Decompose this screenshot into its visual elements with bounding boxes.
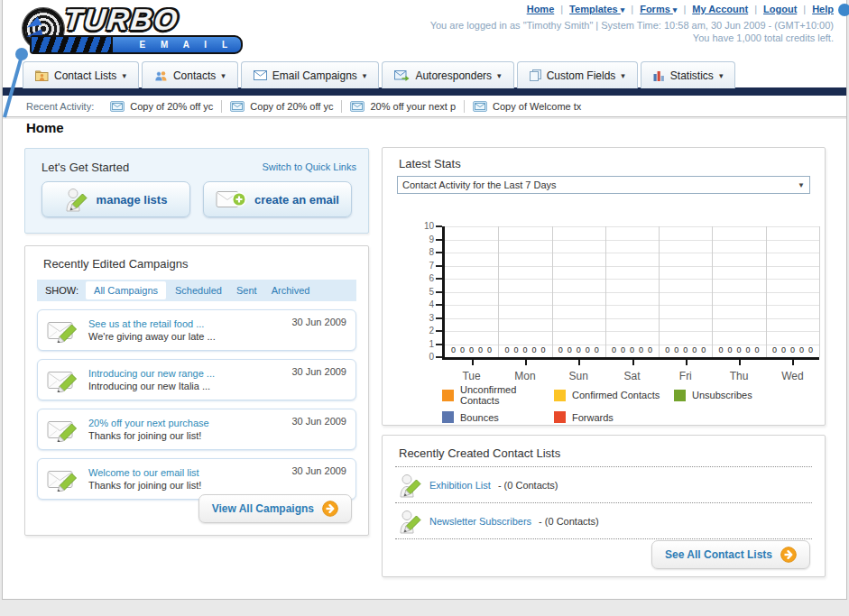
campaign-subtitle: We're giving away our late ...: [88, 330, 282, 343]
tab-statistics[interactable]: Statistics▾: [641, 61, 736, 88]
campaign-subtitle: Thanks for joining our list!: [88, 429, 282, 442]
show-label: SHOW:: [45, 285, 78, 296]
pin-decoration: [1, 43, 32, 119]
see-all-contact-lists-button[interactable]: See All Contact Lists: [651, 540, 810, 569]
switch-to-quick-links-link[interactable]: Switch to Quick Links: [262, 161, 356, 172]
legend-swatch: [554, 390, 566, 401]
bar-value-label: 0: [540, 345, 547, 354]
campaign-title-link[interactable]: 20% off your next purchase: [88, 417, 282, 429]
y-axis-label: 4: [416, 299, 434, 309]
campaign-date: 30 Jun 2009: [291, 465, 346, 476]
bar-value-label: 0: [486, 345, 494, 354]
y-axis-label: 0: [416, 352, 434, 362]
campaign-date: 30 Jun 2009: [291, 366, 346, 377]
recent-activity-item[interactable]: Copy of 20% off yc: [110, 101, 213, 112]
tab-label: Contacts: [173, 69, 216, 82]
folder-contacts-icon: [35, 70, 49, 81]
campaign-date: 30 Jun 2009: [291, 317, 346, 327]
envelope-pencil-icon: [47, 317, 79, 343]
y-axis-label: 6: [416, 273, 434, 283]
tab-label: Custom Fields: [547, 69, 616, 82]
contact-list-item[interactable]: Newsletter Subscribers - (0 Contacts): [395, 504, 812, 538]
person-pencil-icon: [399, 473, 422, 498]
chart-plot: 012345678910Tue00000Mon00000Sun00000Sat0…: [442, 226, 819, 360]
campaign-item[interactable]: 20% off your next purchaseThanks for joi…: [37, 409, 356, 450]
logo-text: TURBO: [62, 3, 180, 37]
header-link-help[interactable]: Help: [812, 4, 834, 14]
bar-value-label: 0: [780, 345, 787, 354]
credits-text: You have 1,000 total credits left.: [693, 32, 834, 43]
bar-value-label: 0: [584, 345, 591, 354]
logo[interactable]: TURBO E M A I L: [8, 3, 252, 53]
y-axis-label: 2: [416, 326, 434, 336]
recent-activity-item[interactable]: 20% off your next p: [350, 101, 456, 112]
header-link-forms[interactable]: Forms ▾: [640, 4, 677, 14]
recent-activity-item[interactable]: Copy of Welcome tx: [473, 101, 581, 112]
envelope-plus-icon: [216, 189, 246, 209]
y-axis-label: 1: [416, 339, 434, 349]
tab-contact-lists[interactable]: Contact Lists▾: [23, 61, 139, 88]
recent-activity-bar: Recent Activity: Copy of 20% off ycCopy …: [3, 96, 846, 117]
envelope-small-icon: [230, 101, 245, 112]
filter-archived[interactable]: Archived: [272, 285, 310, 296]
y-axis-label: 9: [416, 234, 434, 244]
bar-value-label: 0: [575, 345, 582, 354]
contacts-icon: [154, 70, 168, 81]
bar-value-label: 0: [682, 345, 689, 354]
chart-legend: Unconfirmed ContactsConfirmed ContactsUn…: [442, 384, 752, 423]
campaign-item[interactable]: See us at the retail food ...We're givin…: [37, 309, 356, 351]
x-axis-label: Fri: [663, 370, 708, 382]
campaign-list: See us at the retail food ...We're givin…: [37, 309, 356, 508]
filter-scheduled[interactable]: Scheduled: [175, 285, 222, 296]
chevron-down-icon: ▾: [673, 5, 678, 14]
legend-item: Forwards: [554, 411, 674, 423]
filter-sent[interactable]: Sent: [236, 285, 257, 296]
envelope-pencil-icon: [47, 417, 79, 442]
stats-period-select[interactable]: Contact Activity for the Last 7 Days ▼: [397, 176, 810, 194]
contact-list-link[interactable]: Exhibition List: [429, 480, 491, 491]
bar-value-label: 0: [521, 345, 529, 354]
divider: [464, 100, 465, 113]
help-bubble-icon[interactable]: [838, 4, 849, 16]
tab-custom-fields[interactable]: Custom Fields▾: [517, 61, 638, 88]
bar-value-label: 0: [726, 345, 734, 354]
header-link-my-account[interactable]: My Account: [692, 4, 748, 14]
tab-autoresponders[interactable]: Autoresponders▾: [382, 61, 513, 88]
divider: [221, 100, 222, 113]
legend-item: Unsubscribes: [674, 384, 752, 406]
campaign-title-link[interactable]: Welcome to our email list: [88, 466, 282, 479]
envelope-pencil-icon: [47, 367, 79, 392]
recent-activity-item[interactable]: Copy of 20% off yc: [230, 101, 333, 112]
manage-lists-button[interactable]: manage lists: [42, 181, 190, 217]
bar-value-label: 0: [673, 345, 680, 354]
bar-value-label: 0: [789, 345, 796, 354]
header-link-logout[interactable]: Logout: [763, 4, 797, 14]
view-all-campaigns-button[interactable]: View All Campaigns: [198, 494, 352, 523]
bar-value-label: 0: [735, 345, 743, 354]
campaign-item[interactable]: Introducing our new range ...Introducing…: [37, 359, 356, 400]
bar-value-label: 0: [771, 345, 778, 354]
contact-list-link[interactable]: Newsletter Subscribers: [429, 516, 531, 527]
legend-swatch: [554, 411, 566, 423]
bar-value-label: 0: [753, 345, 761, 354]
campaign-title-link[interactable]: See us at the retail food ...: [88, 317, 282, 330]
header-link-templates[interactable]: Templates ▾: [569, 4, 624, 14]
contact-lists-title: Recently Created Contact Lists: [399, 446, 560, 460]
separator: |: [803, 4, 806, 14]
documents-icon: [530, 69, 541, 81]
campaign-subtitle: Thanks for joining our list!: [88, 479, 282, 492]
envelope-icon: [254, 70, 267, 80]
create-an-email-button[interactable]: create an email: [203, 181, 352, 217]
campaign-title-link[interactable]: Introducing our new range ...: [88, 367, 282, 380]
header-link-home[interactable]: Home: [527, 4, 555, 14]
tab-email-campaigns[interactable]: Email Campaigns▾: [241, 61, 380, 88]
filter-all-campaigns[interactable]: All Campaigns: [86, 281, 166, 299]
latest-stats-panel: Latest Stats Contact Activity for the La…: [382, 147, 826, 426]
contact-list-item[interactable]: Exhibition List - (0 Contacts): [395, 468, 812, 502]
envelope-small-icon: [110, 101, 125, 112]
bar-value-label: 0: [664, 345, 671, 354]
tab-label: Contact Lists: [54, 69, 116, 82]
campaign-date: 30 Jun 2009: [291, 416, 346, 427]
page-title: Home: [26, 120, 64, 135]
tab-contacts[interactable]: Contacts▾: [142, 61, 238, 88]
